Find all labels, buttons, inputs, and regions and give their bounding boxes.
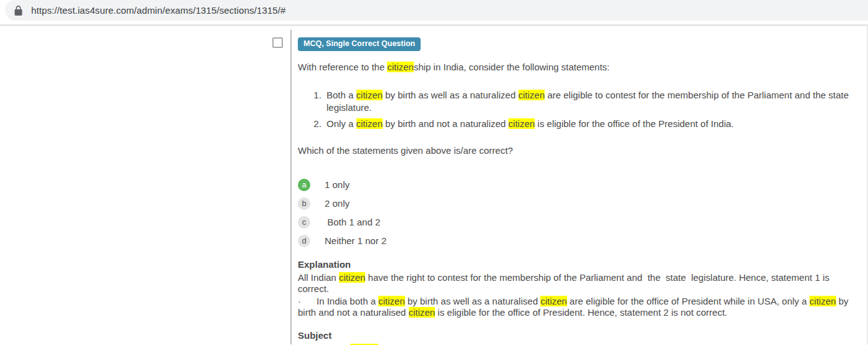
address-bar[interactable]: https://test.ias4sure.com/admin/exams/13… xyxy=(5,0,868,21)
statement-item-2: Only a citizen by birth and not a natura… xyxy=(324,118,863,130)
browser-chrome: https://test.ias4sure.com/admin/exams/13… xyxy=(0,0,868,26)
question-prompt: Which of the statements given above is/a… xyxy=(298,145,863,156)
explanation-heading: Explanation xyxy=(298,259,863,270)
option-a: a 1 only xyxy=(298,176,863,194)
question-intro: With reference to the citizenship in Ind… xyxy=(298,62,863,73)
option-letter-badge: a xyxy=(298,179,310,191)
statement-item-1: Both a citizen by birth as well as a nat… xyxy=(324,89,863,114)
subject-heading: Subject xyxy=(298,330,863,341)
option-c: c Both 1 and 2 xyxy=(298,213,863,232)
vertical-divider xyxy=(290,30,292,344)
option-d: d Neither 1 nor 2 xyxy=(298,232,863,250)
lock-icon xyxy=(14,6,22,16)
explanation-line-1: All Indian citizen have the right to con… xyxy=(298,272,863,294)
question-select-checkbox[interactable] xyxy=(272,37,283,48)
option-label: Neither 1 nor 2 xyxy=(325,235,386,247)
option-letter-badge: c xyxy=(298,216,310,229)
option-letter-badge: d xyxy=(298,235,310,247)
question-type-badge: MCQ, Single Correct Question xyxy=(298,37,421,51)
option-letter-badge: b xyxy=(298,197,310,210)
option-b: b 2 only xyxy=(298,194,863,213)
option-label: 1 only xyxy=(325,179,350,191)
question-content: MCQ, Single Correct Question With refere… xyxy=(298,26,863,345)
statements-list: Both a citizen by birth as well as a nat… xyxy=(298,89,863,130)
explanation-line-2: · In India both a citizen by birth as we… xyxy=(298,296,863,318)
option-label: 2 only xyxy=(325,198,350,209)
option-label: Both 1 and 2 xyxy=(325,217,380,228)
question-panel: MCQ, Single Correct Question With refere… xyxy=(0,26,868,344)
options-list: a 1 only b 2 only c Both 1 and 2 d Neith… xyxy=(298,176,863,250)
url-text: https://test.ias4sure.com/admin/exams/13… xyxy=(31,5,286,16)
